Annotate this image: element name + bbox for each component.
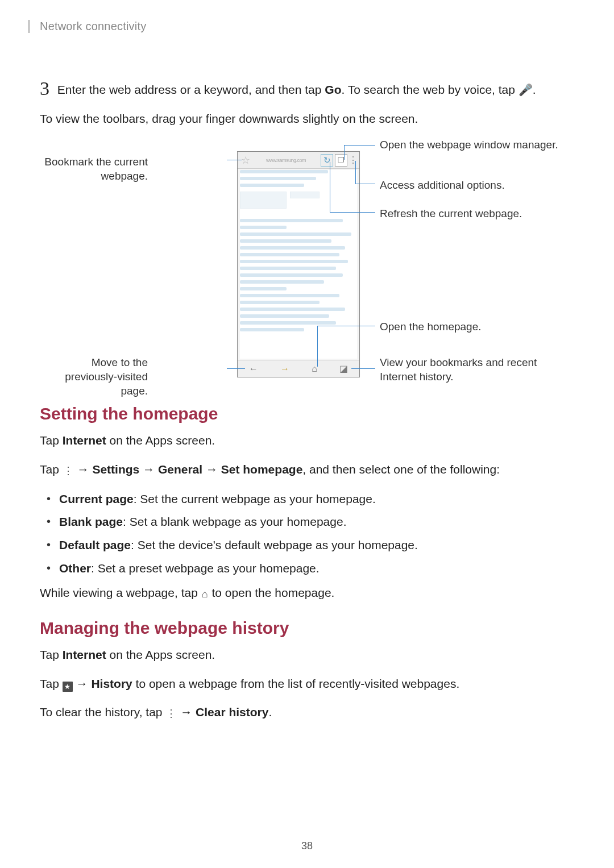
connector	[330, 162, 330, 212]
opt-label: Default page	[59, 538, 131, 551]
browser-diagram: ☆ www.samsung.com ↻ ❐ ⋮	[40, 138, 574, 388]
label-bookmark: Bookmark the current webpage.	[40, 155, 148, 183]
bookmark-icon: ★	[63, 682, 73, 692]
home-icon: ⌂	[312, 364, 317, 374]
home-icon: ⌂	[201, 587, 209, 603]
text: Tap	[40, 434, 63, 447]
arrow: →	[74, 463, 93, 476]
arrow: →	[139, 463, 158, 476]
connector	[317, 326, 375, 326]
text: , and then select one of the following:	[302, 463, 500, 476]
step-text-a: Enter the web address or a keyword, and …	[57, 83, 325, 96]
menu-general: General	[158, 463, 202, 476]
step-text-c: . To search the web by voice, tap	[341, 83, 518, 96]
connector	[317, 326, 318, 367]
text: on the Apps screen.	[106, 434, 215, 447]
heading-manage-history: Managing the webpage history	[40, 618, 574, 638]
mic-icon: 🎤	[518, 84, 533, 96]
bottom-bar: ← → ⌂ ◪	[238, 360, 359, 377]
address-bar: ☆ www.samsung.com ↻ ❐ ⋮	[238, 152, 359, 169]
option-current-page: Current page: Set the current webpage as…	[59, 489, 574, 509]
opt-desc: : Set the current webpage as your homepa…	[134, 492, 376, 505]
s2-p3: To clear the history, tap ⋮ → Clear hist…	[40, 703, 574, 722]
connector	[344, 145, 345, 160]
menu-history: History	[91, 677, 132, 690]
text: While viewing a webpage, tap	[40, 586, 201, 599]
label-moreoptions: Access additional options.	[380, 178, 505, 193]
url-text: www.samsung.com	[253, 154, 319, 167]
heading-set-homepage: Setting the homepage	[40, 404, 574, 423]
step-go: Go	[325, 83, 341, 96]
text: Tap	[40, 463, 63, 476]
text: to open a webpage from the list of recen…	[132, 677, 460, 690]
text: .	[268, 705, 272, 719]
text: Tap	[40, 677, 63, 690]
page: Network connectivity 3 Enter the web add…	[0, 0, 614, 744]
opt-desc: : Set the device's default webpage as yo…	[131, 538, 418, 551]
label-homepage: Open the homepage.	[380, 320, 482, 334]
label-refresh: Refresh the current webpage.	[380, 207, 522, 221]
back-icon: ←	[249, 364, 258, 374]
text: Tap	[40, 648, 63, 661]
step-3: 3 Enter the web address or a keyword, an…	[40, 73, 574, 103]
s2-p2: Tap ★ → History to open a webpage from t…	[40, 675, 574, 693]
connector	[227, 160, 242, 160]
arrow: →	[73, 677, 92, 690]
connector	[344, 145, 375, 146]
s2-p1: Tap Internet on the Apps screen.	[40, 646, 574, 665]
menu-settings: Settings	[92, 463, 139, 476]
app-internet: Internet	[63, 434, 106, 447]
text: on the Apps screen.	[106, 648, 215, 661]
connector	[355, 161, 356, 184]
opt-label: Blank page	[59, 515, 123, 528]
connector	[330, 212, 375, 213]
opt-label: Other	[59, 562, 91, 575]
label-bookmarks-history: View your bookmarks and recent Internet …	[380, 356, 574, 384]
opt-desc: : Set a preset webpage as your homepage.	[91, 562, 320, 575]
more-icon: ⋮	[165, 706, 177, 722]
connector	[355, 184, 375, 184]
more-icon: ⋮	[63, 463, 74, 479]
text: to open the homepage.	[209, 586, 335, 599]
opt-label: Current page	[59, 492, 134, 505]
arrow: →	[177, 705, 196, 719]
s1-p1: Tap Internet on the Apps screen.	[40, 431, 574, 450]
s1-p2: Tap ⋮ → Settings → General → Set homepag…	[40, 460, 574, 479]
forward-icon: →	[280, 364, 289, 374]
label-prevpage: Move to the previously-visited page.	[40, 356, 148, 398]
connector	[351, 368, 375, 369]
step-number: 3	[40, 78, 49, 99]
homepage-options: Current page: Set the current webpage as…	[59, 489, 574, 579]
label-windowmgr: Open the webpage window manager.	[380, 138, 558, 152]
option-other: Other: Set a preset webpage as your home…	[59, 559, 574, 579]
page-number: 38	[0, 840, 614, 852]
breadcrumb: Network connectivity	[28, 20, 574, 33]
step-text-d: .	[533, 83, 536, 96]
menu-clear-history: Clear history	[196, 705, 268, 719]
menu-set-homepage: Set homepage	[221, 463, 303, 476]
arrow: →	[202, 463, 221, 476]
bookmark-icon: ◪	[339, 363, 348, 374]
phone-frame: ☆ www.samsung.com ↻ ❐ ⋮	[237, 151, 360, 377]
phone-content	[240, 170, 357, 359]
s1-p3: While viewing a webpage, tap ⌂ to open t…	[40, 584, 574, 603]
option-default-page: Default page: Set the device's default w…	[59, 535, 574, 555]
app-internet: Internet	[63, 648, 106, 661]
refresh-icon: ↻	[321, 154, 333, 167]
toolbars-note: To view the toolbars, drag your finger d…	[40, 110, 574, 128]
windows-icon: ❐	[335, 154, 347, 167]
star-icon: ☆	[240, 154, 251, 167]
option-blank-page: Blank page: Set a blank webpage as your …	[59, 512, 574, 532]
connector	[227, 368, 245, 369]
text: To clear the history, tap	[40, 705, 165, 719]
opt-desc: : Set a blank webpage as your homepage.	[123, 515, 346, 528]
